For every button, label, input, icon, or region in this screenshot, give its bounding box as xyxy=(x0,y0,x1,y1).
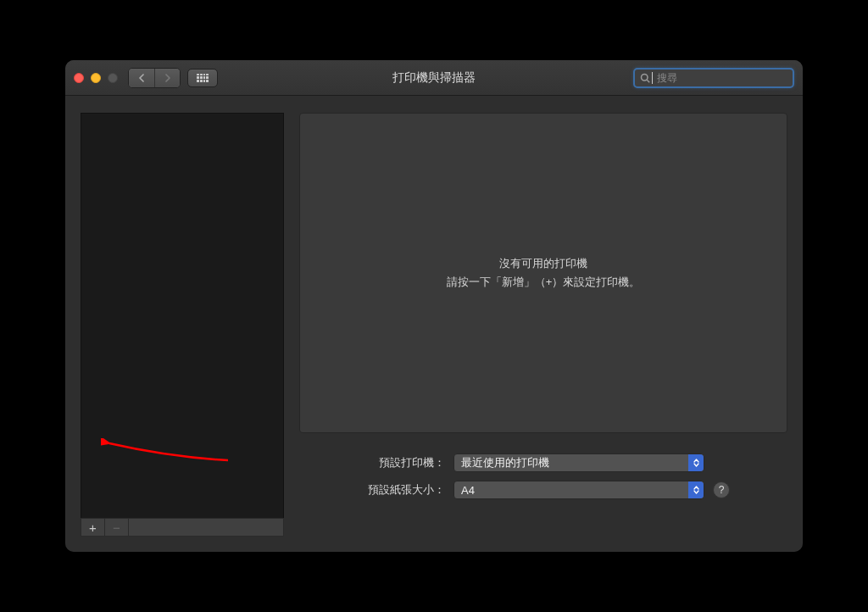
svg-point-0 xyxy=(642,74,648,81)
minimize-button[interactable] xyxy=(91,73,101,83)
chevron-left-icon xyxy=(138,74,145,82)
main: 沒有可用的打印機 請按一下「新增」（+）來設定打印機。 預設打印機： 最近使用的… xyxy=(299,113,787,537)
default-paper-row: 預設紙張大小： A4 ? xyxy=(299,481,782,499)
traffic-lights xyxy=(74,73,118,83)
select-stepper-icon xyxy=(688,481,704,498)
chevron-right-icon xyxy=(164,74,171,82)
list-footer: + − xyxy=(81,518,284,537)
default-paper-label: 預設紙張大小： xyxy=(299,482,445,498)
forward-button[interactable] xyxy=(154,69,180,87)
back-button[interactable] xyxy=(129,69,154,87)
preferences-window: 打印機與掃描器 + − 沒有可用的打印機 請按一下「新增」（+）來設定打印機。 xyxy=(65,60,803,552)
body: + − 沒有可用的打印機 請按一下「新增」（+）來設定打印機。 預設打印機： 最… xyxy=(65,96,803,552)
titlebar: 打印機與掃描器 xyxy=(65,60,803,96)
detail-pane: 沒有可用的打印機 請按一下「新增」（+）來設定打印機。 xyxy=(299,113,787,433)
remove-printer-button: − xyxy=(105,519,129,536)
printer-list[interactable] xyxy=(81,113,284,518)
sidebar: + − xyxy=(81,113,284,537)
select-stepper-icon xyxy=(688,454,704,471)
add-printer-button[interactable]: + xyxy=(81,519,105,536)
show-all-button[interactable] xyxy=(187,69,218,87)
empty-title: 沒有可用的打印機 xyxy=(499,256,587,271)
settings: 預設打印機： 最近使用的打印機 預設紙張大小： A4 xyxy=(299,453,787,508)
default-printer-row: 預設打印機： 最近使用的打印機 xyxy=(299,453,782,472)
grid-icon xyxy=(197,74,209,82)
close-button[interactable] xyxy=(74,73,84,83)
svg-line-1 xyxy=(647,80,649,82)
default-printer-label: 預設打印機： xyxy=(299,455,445,470)
empty-sub: 請按一下「新增」（+）來設定打印機。 xyxy=(447,275,641,290)
search-icon xyxy=(640,73,650,83)
default-printer-select[interactable]: 最近使用的打印機 xyxy=(453,453,704,472)
default-printer-value: 最近使用的打印機 xyxy=(461,455,549,470)
nav-buttons xyxy=(128,68,181,88)
text-cursor xyxy=(652,72,653,84)
default-paper-select[interactable]: A4 xyxy=(453,481,704,499)
search-field[interactable] xyxy=(633,68,794,88)
help-button[interactable]: ? xyxy=(713,481,730,498)
default-paper-value: A4 xyxy=(461,484,475,497)
search-input[interactable] xyxy=(657,72,787,84)
zoom-button[interactable] xyxy=(108,73,118,83)
